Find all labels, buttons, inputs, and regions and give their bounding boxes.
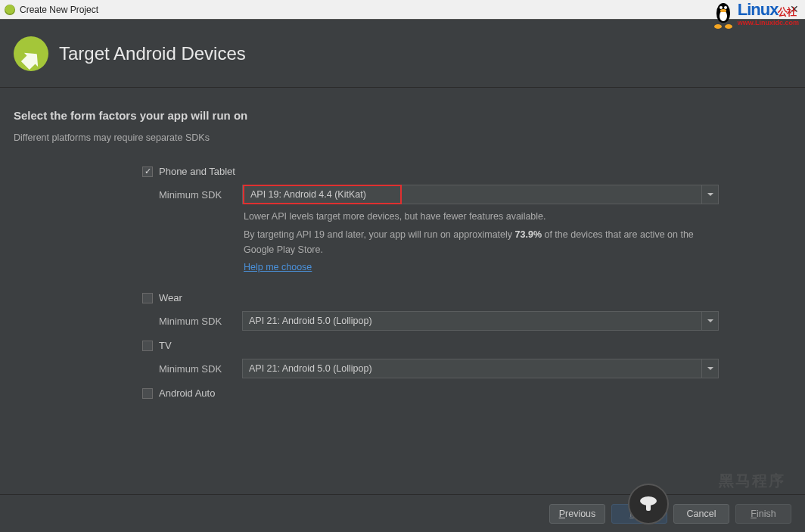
chevron-down-icon bbox=[701, 312, 718, 330]
sdk-hint-2: By targeting API 19 and later, your app … bbox=[244, 227, 713, 257]
android-studio-icon bbox=[5, 5, 15, 15]
section-heading: Select the form factors your app will ru… bbox=[14, 109, 791, 122]
factor-label: Phone and Tablet bbox=[159, 166, 235, 177]
background-watermark: 黑马程序 bbox=[719, 471, 785, 491]
checkbox-phone-tablet[interactable] bbox=[142, 166, 153, 177]
factor-wear: Wear Minimum SDK API 21: Android 5.0 (Lo… bbox=[142, 292, 791, 331]
wizard-content: Select the form factors your app will ru… bbox=[0, 88, 805, 399]
finish-button[interactable]: Finish bbox=[735, 504, 791, 524]
min-sdk-dropdown-tv[interactable]: API 21: Android 5.0 (Lollipop) bbox=[242, 359, 719, 378]
chevron-down-icon bbox=[701, 185, 718, 204]
wizard-footer: Previous Next Cancel Finish bbox=[0, 494, 805, 532]
factor-label: Wear bbox=[159, 292, 182, 303]
min-sdk-label: Minimum SDK bbox=[159, 316, 242, 327]
min-sdk-dropdown-wear[interactable]: API 21: Android 5.0 (Lollipop) bbox=[242, 311, 719, 331]
checkbox-android-auto[interactable] bbox=[142, 388, 153, 399]
factor-auto: Android Auto bbox=[142, 387, 791, 399]
mushroom-badge-icon bbox=[628, 484, 669, 524]
window-title: Create New Project bbox=[20, 5, 98, 15]
wizard-header: Target Android Devices bbox=[0, 20, 805, 88]
checkbox-wear[interactable] bbox=[142, 293, 153, 303]
checkbox-tv[interactable] bbox=[142, 341, 153, 351]
chevron-down-icon bbox=[701, 359, 718, 378]
min-sdk-label: Minimum SDK bbox=[159, 189, 242, 201]
highlight-annotation: API 19: Android 4.4 (KitKat) bbox=[243, 185, 402, 204]
sdk-hint-1: Lower API levels target more devices, bu… bbox=[244, 209, 713, 224]
previous-button[interactable]: Previous bbox=[549, 504, 605, 524]
min-sdk-label: Minimum SDK bbox=[159, 363, 242, 375]
factor-tv: TV Minimum SDK API 21: Android 5.0 (Loll… bbox=[142, 340, 791, 378]
help-me-choose-link[interactable]: Help me choose bbox=[244, 262, 312, 272]
factor-label: Android Auto bbox=[159, 387, 215, 399]
factor-label: TV bbox=[159, 340, 172, 351]
android-devices-icon bbox=[14, 36, 48, 71]
cancel-button[interactable]: Cancel bbox=[673, 504, 729, 524]
min-sdk-dropdown-phone[interactable]: API 19: Android 4.4 (KitKat) bbox=[242, 185, 719, 204]
svg-rect-1 bbox=[646, 503, 651, 511]
titlebar: Create New Project ✕ bbox=[0, 0, 805, 20]
section-subtext: Different platforms may require separate… bbox=[14, 132, 791, 143]
page-title: Target Android Devices bbox=[59, 43, 246, 64]
factor-phone-tablet: Phone and Tablet Minimum SDK API 19: And… bbox=[142, 166, 791, 283]
close-icon[interactable]: ✕ bbox=[790, 3, 799, 15]
